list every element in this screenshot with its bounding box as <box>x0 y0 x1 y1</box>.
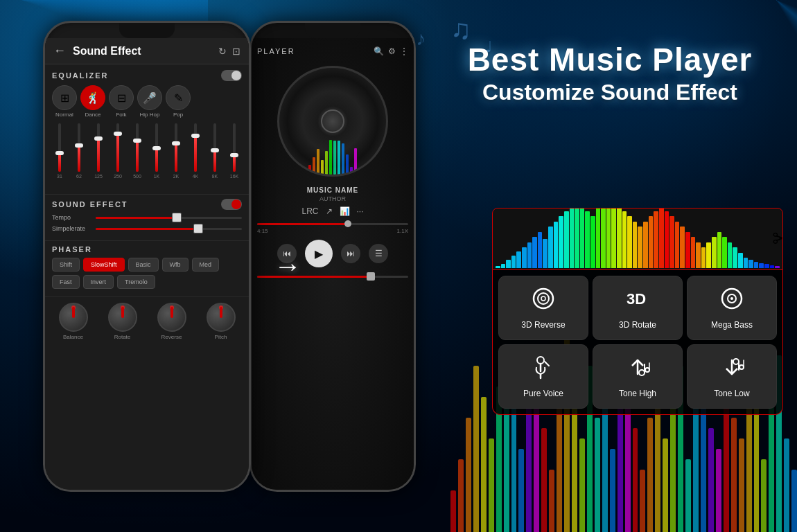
eq-track <box>194 123 197 172</box>
sound-slider-label: Simpelerate <box>52 225 90 232</box>
vinyl-bar <box>333 141 336 175</box>
refresh-icon[interactable]: ↻ <box>218 46 227 57</box>
eq-band-4K[interactable]: 4K <box>188 123 203 186</box>
phone-screen-left: ← Sound Effect ↻ ⊡ EQUALIZER ⊞Normal🕺Dan… <box>45 38 249 490</box>
knob-reverse[interactable]: Reverse <box>157 303 186 340</box>
phaser-header: PHASER <box>52 245 242 254</box>
spectrum-bar <box>759 263 764 269</box>
eq-band-250[interactable]: 250 <box>110 123 125 186</box>
author-name: AUTHOR <box>319 195 346 202</box>
spectrum-bar <box>691 237 696 268</box>
vinyl-bar <box>308 165 311 175</box>
eq-band-1K[interactable]: 1K <box>149 123 164 186</box>
equalizer-icon[interactable]: 📊 <box>340 206 350 216</box>
eq-thumb <box>172 141 180 145</box>
eq-band-500[interactable]: 500 <box>130 123 145 186</box>
spectrum-bar <box>633 222 638 269</box>
sound-sliders: TempoSimpelerate <box>52 214 242 232</box>
eq-freq-label: 4K <box>193 174 199 179</box>
phaser-btn-shift[interactable]: Shift <box>52 258 80 272</box>
sound-slider-tempo[interactable]: Tempo <box>52 214 242 221</box>
knob-balance[interactable]: Balance <box>59 303 88 340</box>
sound-slider-simpelerate[interactable]: Simpelerate <box>52 225 242 232</box>
spectrum-bar <box>564 211 569 269</box>
effect-card-tone-low[interactable]: Tone Low <box>687 344 777 409</box>
bg-bar <box>647 418 653 532</box>
eq-band-16K[interactable]: 16K <box>227 123 242 186</box>
settings-icon[interactable]: ⚙ <box>388 46 396 56</box>
eq-band-8K[interactable]: 8K <box>207 123 222 186</box>
effect-card-tone-high[interactable]: Tone High <box>593 344 683 409</box>
preset-folk[interactable]: ⊟Folk <box>109 85 134 118</box>
playlist-button[interactable]: ☰ <box>369 244 388 263</box>
spectrum-bar <box>606 208 611 268</box>
phaser-btn-tremolo[interactable]: Tremolo <box>117 275 155 289</box>
phaser-btn-med[interactable]: Med <box>192 258 220 272</box>
bg-bar <box>784 438 789 532</box>
eq-track <box>175 123 177 172</box>
effect-card-pure-voice[interactable]: Pure Voice <box>498 344 588 409</box>
eq-thumb <box>191 134 200 138</box>
more-icon[interactable]: ⋮ <box>400 46 408 56</box>
back-button[interactable]: ← <box>53 44 66 58</box>
eq-fill <box>136 141 139 172</box>
eq-band-125[interactable]: 125 <box>91 123 106 186</box>
sound-slider-label: Tempo <box>52 214 90 221</box>
eq-band-2K[interactable]: 2K <box>168 123 184 186</box>
vinyl-bar <box>346 154 349 175</box>
bg-bar <box>579 438 585 532</box>
sound-effect-title: SOUND EFFECT <box>52 200 128 209</box>
preset-normal[interactable]: ⊞Normal <box>52 85 77 118</box>
phaser-btn-fast[interactable]: Fast <box>52 275 80 289</box>
effect-card-mega-bass[interactable]: Mega Bass <box>687 276 777 340</box>
progress-thumb <box>344 220 351 227</box>
eq-track <box>78 123 80 172</box>
spectrum-bar <box>696 242 701 269</box>
phaser-btn-wfb[interactable]: Wfb <box>162 258 189 272</box>
svg-point-2 <box>541 296 545 301</box>
eq-thumb <box>152 146 161 150</box>
eq-band-31[interactable]: 31 <box>52 123 67 186</box>
bg-bar <box>761 459 767 532</box>
spectrum-bar <box>527 242 532 269</box>
next-button[interactable]: ⏭ <box>341 244 360 263</box>
progress-bar[interactable] <box>257 223 408 225</box>
spectrum-bar <box>770 265 775 269</box>
phaser-btn-basic[interactable]: Basic <box>128 258 159 272</box>
eq-toggle[interactable] <box>221 70 242 81</box>
sound-slider-thumb <box>193 224 203 233</box>
eq-freq-label: 16K <box>230 174 238 179</box>
eq-thumb <box>211 148 219 152</box>
play-button[interactable]: ▶ <box>305 240 333 267</box>
search-icon[interactable]: 🔍 <box>374 46 384 56</box>
phaser-btn-slowshift[interactable]: SlowShift <box>83 258 125 272</box>
preset-pop[interactable]: ✎Pop <box>166 85 191 118</box>
eq-fill <box>116 133 119 172</box>
preset-hip hop[interactable]: 🎤Hip Hop <box>137 85 162 118</box>
spectrum-bar <box>575 208 579 268</box>
spectrum-bar <box>744 258 748 268</box>
knob-rotate[interactable]: Rotate <box>108 303 137 340</box>
eq-thumb <box>114 132 122 136</box>
eq-band-62[interactable]: 62 <box>71 123 87 186</box>
share-icon[interactable]: ↗ <box>326 206 333 216</box>
preset-circle: 🎤 <box>137 85 162 110</box>
spectrum-bar <box>643 222 648 269</box>
preset-dance[interactable]: 🕺Dance <box>80 85 105 118</box>
spectrum-bar <box>548 227 553 268</box>
svg-line-10 <box>545 362 549 366</box>
effect-card-3d-rotate[interactable]: 3D 3D Rotate <box>593 276 683 340</box>
preset-circle: ⊟ <box>109 85 134 110</box>
knob-pitch[interactable]: Pitch <box>207 303 236 340</box>
preset-circle: ⊞ <box>52 85 77 110</box>
save-icon[interactable]: ⊡ <box>232 46 240 57</box>
preset-label: Folk <box>116 112 126 118</box>
dots-icon[interactable]: ··· <box>357 206 364 216</box>
phaser-btn-invert[interactable]: Invert <box>83 275 114 289</box>
sound-effect-toggle[interactable] <box>221 199 242 210</box>
lyrics-icon[interactable]: LRC <box>301 206 318 216</box>
spectrum-bar <box>659 208 664 268</box>
effect-card-3d-reverse[interactable]: 3D Reverse <box>498 276 588 340</box>
knob-dot <box>219 305 223 310</box>
bg-bar <box>633 428 638 532</box>
